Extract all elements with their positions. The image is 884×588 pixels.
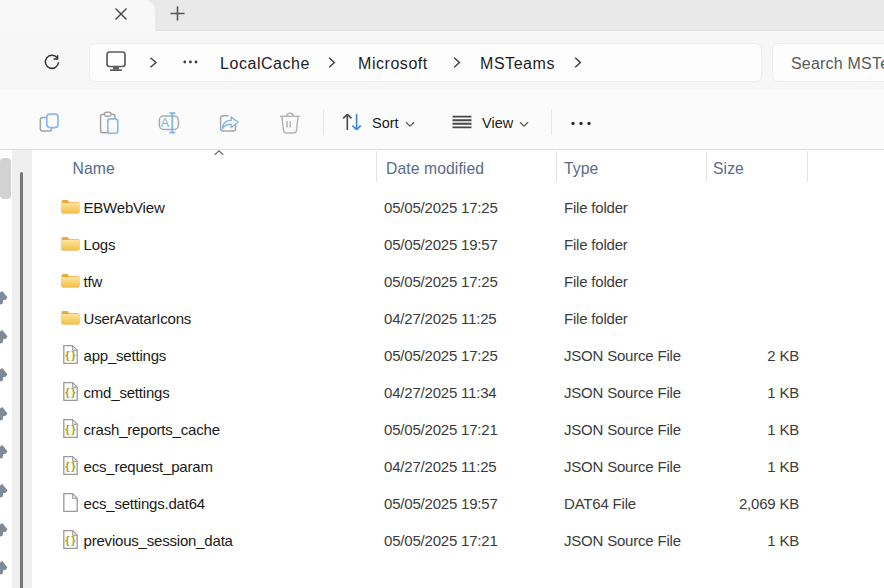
- svg-text:{}: {}: [65, 460, 77, 472]
- svg-text:{}: {}: [65, 534, 77, 546]
- svg-text:{}: {}: [65, 423, 77, 435]
- svg-text:{}: {}: [65, 349, 77, 361]
- svg-text:{}: {}: [65, 386, 77, 398]
- svg-text:A: A: [161, 116, 170, 130]
